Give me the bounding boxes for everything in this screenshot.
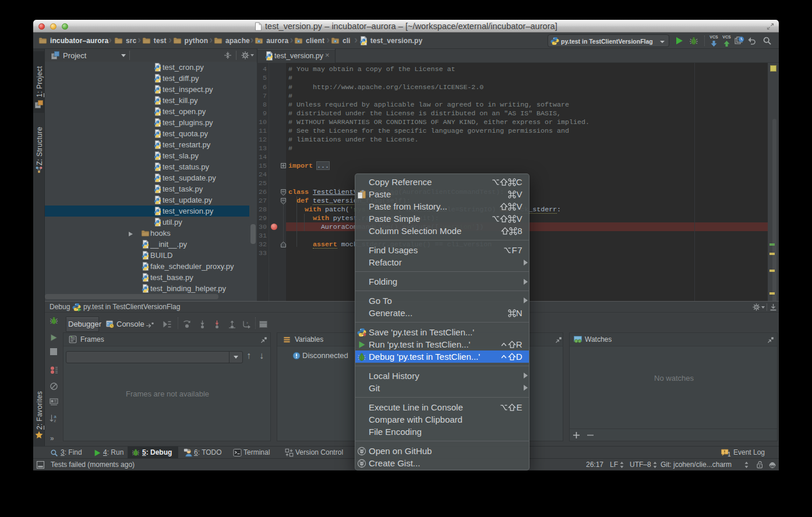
svg-text:x: x	[246, 321, 248, 324]
svg-text:z: z	[54, 418, 57, 423]
